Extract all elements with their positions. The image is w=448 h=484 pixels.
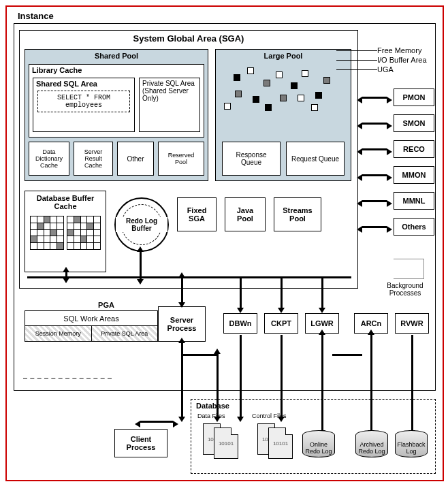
pga-container: PGA SQL Work Areas Session Memory Privat… [25, 301, 173, 342]
dbwn-box: DBWn [223, 313, 257, 334]
db-buffer-cache-box: Database Buffer Cache [25, 191, 106, 272]
arrow-both-icon [362, 200, 387, 202]
archived-redo-log-cylinder: Archived Redo Log [355, 430, 388, 457]
legend-free-memory: Free Memory [377, 46, 421, 54]
sql-work-areas-box: SQL Work Areas [25, 311, 157, 326]
redo-log-buffer-title: Redo Log Buffer [116, 217, 167, 232]
library-cache-title: Library Cache [29, 65, 204, 76]
reco-box: RECO [394, 140, 434, 158]
others-box: Others [394, 218, 434, 236]
private-sql-area2-box: Private SQL Area [92, 326, 158, 341]
legend-io-buffer: I/O Buffer Area [377, 56, 427, 64]
online-redo-log-cylinder: Online Redo Log [302, 430, 335, 457]
server-process-box: Server Process [158, 306, 206, 342]
session-memory-box: Session Memory [25, 326, 92, 341]
ckpt-box: CKPT [264, 313, 298, 334]
request-queue-box: Request Queue [286, 142, 345, 176]
streams-pool-box: Streams Pool [274, 197, 321, 231]
instance-label: Instance [18, 11, 54, 21]
shared-sql-area-box: Shared SQL Area SELECT * FROM employees [33, 78, 135, 132]
shared-sql-area-title: Shared SQL Area [33, 78, 134, 89]
control-files-label: Control Files [252, 413, 287, 419]
data-dictionary-cache-box: Data Dictionary Cache [29, 142, 69, 176]
arrow-both-icon [362, 123, 387, 125]
fixed-sga-box: Fixed SGA [177, 197, 217, 231]
java-pool-box: Java Pool [225, 197, 266, 231]
reserved-pool-box: Reserved Pool [158, 142, 204, 176]
large-pool-title: Large Pool [216, 50, 351, 62]
pga-title: PGA [25, 301, 173, 309]
mmon-box: MMON [394, 166, 434, 184]
other-box: Other [117, 142, 154, 176]
db-buffer-cache-title: Database Buffer Cache [25, 194, 106, 210]
arrow-both-icon [362, 226, 387, 228]
legend-uga: UGA [377, 65, 394, 74]
data-files-label: Data Files [197, 413, 225, 419]
sga-title: System Global Area (SGA) [20, 31, 357, 46]
bg-processes-label: Background Processes [374, 282, 436, 297]
server-result-cache-box: Server Result Cache [74, 142, 113, 176]
sql-statement: SELECT * FROM employees [37, 91, 130, 112]
arrow-both-icon [362, 97, 387, 99]
diagram-frame: Instance System Global Area (SGA) Shared… [5, 5, 444, 481]
response-queue-box: Response Queue [222, 142, 281, 176]
private-sql-area-box: Private SQL Area (Shared Server Only) [139, 78, 200, 132]
pmon-box: PMON [394, 88, 434, 106]
rvwr-box: RVWR [395, 313, 429, 334]
flashback-log-cylinder: Flashback Log [395, 430, 428, 457]
redo-log-buffer-ring: Redo Log Buffer [114, 197, 169, 252]
shared-pool-title: Shared Pool [25, 50, 208, 62]
client-process-box: Client Process [114, 429, 167, 457]
database-title: Database [196, 402, 229, 410]
smon-box: SMON [394, 114, 434, 132]
arrow-both-icon [362, 174, 387, 176]
mmnl-box: MMNL [394, 192, 434, 210]
arrow-both-icon [362, 148, 387, 150]
